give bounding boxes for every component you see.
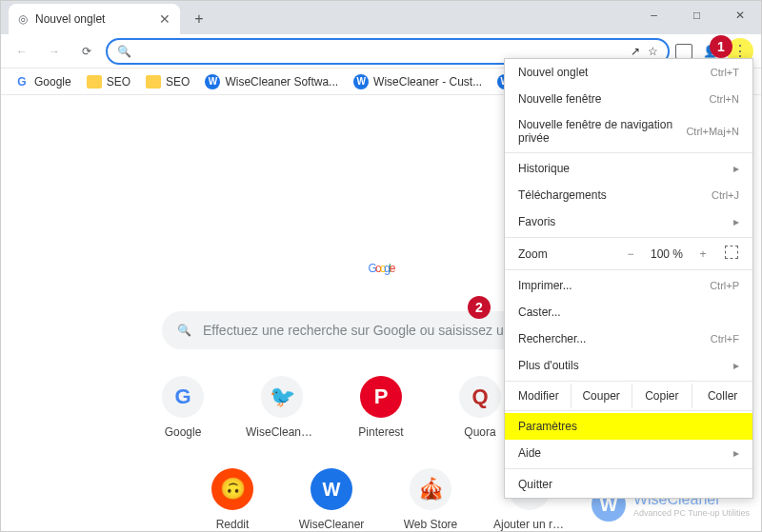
bookmark-seo-1[interactable]: SEO [81, 70, 136, 93]
menu-copy[interactable]: Copier [632, 384, 692, 408]
menu-more-tools[interactable]: Plus d'outils▸ [505, 352, 752, 379]
shortcut-webstore[interactable]: 🎪Web Store [394, 468, 467, 531]
shortcut-pinterest[interactable]: PPinterest [345, 376, 417, 442]
menu-separator [505, 237, 752, 238]
zoom-value: 100 % [648, 247, 686, 261]
menu-label: Zoom [518, 247, 613, 261]
menu-separator [505, 381, 752, 382]
menu-shortcut: Ctrl+N [710, 93, 739, 105]
reload-button[interactable]: ⟳ [73, 38, 100, 65]
zoom-in-button[interactable]: + [692, 247, 714, 261]
shortcut-label: WiseCleaner ... [246, 425, 318, 439]
menu-shortcut: Ctrl+P [710, 280, 739, 291]
bookmark-seo-2[interactable]: SEO [140, 70, 195, 93]
chevron-right-icon: ▸ [733, 446, 739, 460]
shortcut-icon: 🎪 [410, 468, 451, 510]
menu-favorites[interactable]: Favoris▸ [505, 208, 752, 235]
window-close[interactable]: ✕ [718, 1, 761, 30]
shortcut-label: Pinterest [345, 425, 417, 439]
chevron-right-icon: ▸ [733, 162, 739, 175]
chrome-menu: Nouvel ongletCtrl+T Nouvelle fenêtreCtrl… [504, 58, 753, 499]
star-icon[interactable]: ☆ [648, 45, 658, 58]
back-button[interactable]: ← [9, 38, 35, 65]
shortcut-label: Reddit [196, 518, 269, 531]
menu-help[interactable]: Aide▸ [505, 440, 752, 466]
menu-label: Caster... [518, 305, 561, 319]
menu-label: Aide [518, 446, 541, 460]
menu-label: Téléchargements [518, 188, 607, 202]
menu-label: Nouvelle fenêtre [518, 92, 601, 106]
bookmark-google[interactable]: GGoogle [9, 70, 77, 93]
watermark-subtitle: Advanced PC Tune-up Utilities [633, 508, 750, 518]
menu-quit[interactable]: Quitter [505, 471, 752, 498]
annotation-badge-2: 2 [468, 296, 491, 319]
shortcut-wisecleaner-twitter[interactable]: 🐦WiseCleaner ... [246, 376, 318, 442]
tab-active[interactable]: ◎ Nouvel onglet ✕ [9, 4, 180, 34]
menu-shortcut: Ctrl+T [711, 67, 739, 78]
shortcut-label: Web Store [394, 518, 467, 531]
menu-new-window[interactable]: Nouvelle fenêtreCtrl+N [505, 86, 752, 112]
search-icon: 🔍 [117, 45, 131, 58]
search-icon: 🔍 [177, 324, 191, 337]
menu-edit-row: Modifier Couper Copier Coller [505, 384, 752, 408]
fullscreen-button[interactable] [720, 246, 743, 262]
menu-find[interactable]: Rechercher...Ctrl+F [505, 325, 752, 352]
menu-paste[interactable]: Coller [692, 384, 752, 408]
wisecleaner-icon: W [205, 74, 220, 89]
share-icon[interactable]: ↗ [631, 45, 640, 58]
bookmark-label: Google [34, 75, 71, 89]
menu-new-tab[interactable]: Nouvel ongletCtrl+T [505, 59, 752, 86]
menu-cut[interactable]: Couper [571, 384, 632, 408]
shortcut-label: Google [147, 425, 219, 439]
forward-button[interactable]: → [41, 38, 68, 65]
window-maximize[interactable]: □ [675, 1, 718, 30]
close-icon[interactable]: ✕ [159, 11, 170, 27]
bookmark-label: WiseCleaner - Cust... [373, 75, 482, 89]
shortcut-icon: W [311, 468, 352, 510]
shortcut-icon: 🙃 [211, 468, 253, 510]
google-logo: Google [369, 209, 394, 287]
menu-separator [505, 468, 752, 469]
new-tab-button[interactable]: + [186, 6, 212, 32]
menu-label: Modifier [505, 384, 571, 408]
fullscreen-icon [725, 246, 738, 259]
shortcut-wisecleaner[interactable]: WWiseCleaner [295, 468, 368, 531]
menu-settings[interactable]: Paramètres [505, 413, 752, 440]
menu-zoom: Zoom − 100 % + [505, 240, 752, 267]
shortcut-label: WiseCleaner [295, 518, 368, 531]
bookmark-label: WiseCleaner Softwa... [225, 75, 338, 89]
wisecleaner-icon: W [353, 74, 369, 89]
address-input[interactable] [139, 44, 623, 59]
menu-label: Rechercher... [518, 332, 586, 345]
zoom-out-button[interactable]: − [619, 247, 642, 261]
bookmark-label: SEO [166, 75, 190, 89]
bookmark-wc-2[interactable]: WWiseCleaner - Cust... [348, 70, 488, 93]
search-placeholder: Effectuez une recherche sur Google ou sa… [203, 323, 549, 338]
tab-favicon: ◎ [18, 12, 28, 26]
shortcut-reddit[interactable]: 🙃Reddit [196, 468, 269, 531]
menu-label: Quitter [518, 478, 552, 491]
menu-label: Favoris [518, 215, 555, 228]
menu-downloads[interactable]: TéléchargementsCtrl+J [505, 182, 752, 208]
menu-separator [505, 152, 752, 153]
shortcut-icon: 🐦 [261, 376, 303, 418]
folder-icon [87, 75, 102, 89]
menu-cast[interactable]: Caster... [505, 299, 752, 325]
google-icon: G [14, 74, 30, 89]
menu-shortcut: Ctrl+F [711, 333, 739, 345]
shortcut-google[interactable]: GGoogle [147, 376, 219, 442]
menu-label: Nouvel onglet [518, 66, 588, 79]
menu-incognito[interactable]: Nouvelle fenêtre de navigation privéeCtr… [505, 112, 752, 150]
menu-label: Paramètres [518, 420, 577, 433]
menu-label: Plus d'outils [518, 359, 579, 372]
menu-separator [505, 410, 752, 411]
menu-print[interactable]: Imprimer...Ctrl+P [505, 272, 752, 299]
menu-shortcut: Ctrl+Maj+N [686, 126, 739, 137]
window-minimize[interactable]: – [632, 1, 675, 30]
sidepanel-button[interactable] [675, 44, 692, 59]
tab-title: Nouvel onglet [35, 12, 151, 26]
chevron-right-icon: ▸ [733, 215, 739, 228]
menu-label: Historique [518, 162, 570, 175]
bookmark-wc-1[interactable]: WWiseCleaner Softwa... [199, 70, 344, 93]
menu-history[interactable]: Historique▸ [505, 155, 752, 182]
